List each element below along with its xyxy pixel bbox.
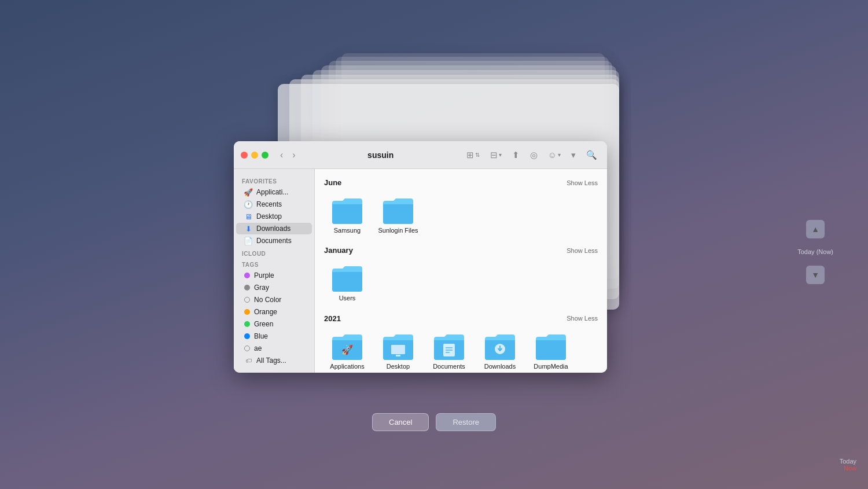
share-button[interactable]: ⬆ bbox=[509, 148, 523, 162]
minimize-button[interactable] bbox=[251, 152, 258, 159]
sidebar-item-downloads[interactable]: ⬇ Downloads bbox=[236, 223, 312, 234]
chevron-up-down-icon: ⇅ bbox=[475, 152, 480, 158]
sidebar-item-all-tags[interactable]: 🏷 All Tags... bbox=[236, 355, 312, 366]
folder-item-documents-2021[interactable]: Documents bbox=[426, 329, 472, 373]
finder-window: ‹ › susuin ⊞ ⇅ ⊟ ▾ ⬆ ◎ ☺ ▾ ▾ bbox=[234, 141, 607, 373]
timeline-down-button[interactable]: ▼ bbox=[806, 266, 825, 284]
sidebar-item-label: Documents bbox=[256, 237, 292, 245]
section-2021-folders-grid: 🚀 Applications Deskt bbox=[324, 329, 598, 373]
all-tags-icon: 🏷 bbox=[244, 356, 252, 365]
green-dot bbox=[244, 321, 250, 327]
january-show-less-button[interactable]: Show Less bbox=[567, 247, 598, 254]
folder-item-dumpmedia-2021[interactable]: DumpMedia bbox=[528, 329, 574, 373]
svg-rect-1 bbox=[391, 345, 405, 354]
folder-label-sunlogin: Sunlogin Files bbox=[378, 226, 418, 234]
sidebar-item-label: Purple bbox=[254, 271, 274, 280]
timeline-label: Today (Now) bbox=[797, 248, 833, 256]
timeline-up-button[interactable]: ▲ bbox=[806, 220, 825, 238]
sidebar: Favorites 🚀 Applicati... 🕐 Recents 🖥 Des… bbox=[234, 169, 315, 373]
share-icon: ⬆ bbox=[512, 150, 520, 160]
sidebar-item-recents[interactable]: 🕐 Recents bbox=[236, 198, 312, 210]
grid-icon: ⊞ bbox=[466, 150, 474, 160]
sidebar-item-desktop[interactable]: 🖥 Desktop bbox=[236, 211, 312, 222]
sidebar-item-applications[interactable]: 🚀 Applicati... bbox=[236, 186, 312, 198]
tags-label: Tags bbox=[234, 258, 314, 269]
blue-dot bbox=[244, 333, 250, 339]
sidebar-item-green[interactable]: Green bbox=[236, 318, 312, 330]
sidebar-item-documents[interactable]: 📄 Documents bbox=[236, 235, 312, 247]
sidebar-item-label: Gray bbox=[254, 284, 269, 292]
folder-label-downloads-2021: Downloads bbox=[484, 362, 516, 370]
folder-icon-samsung bbox=[331, 196, 363, 224]
section-2021-show-less-button[interactable]: Show Less bbox=[567, 315, 598, 322]
january-title: January bbox=[324, 246, 353, 255]
maximize-button[interactable] bbox=[262, 152, 269, 159]
documents-icon: 📄 bbox=[244, 237, 252, 245]
cancel-button[interactable]: Cancel bbox=[372, 413, 429, 431]
search-button[interactable]: 🔍 bbox=[583, 148, 600, 162]
sidebar-item-label: ae bbox=[254, 344, 262, 352]
svg-text:🚀: 🚀 bbox=[341, 344, 353, 355]
folder-icon-dumpmedia-2021 bbox=[535, 332, 567, 360]
window-title: susuin bbox=[303, 150, 459, 160]
back-button[interactable]: ‹ bbox=[278, 149, 285, 161]
view-list-button[interactable]: ⊟ ▾ bbox=[487, 148, 505, 162]
june-folders-grid: Samsung Sunlogin Files bbox=[324, 193, 598, 238]
main-content: June Show Less Samsung bbox=[315, 169, 607, 373]
tag-button[interactable]: ◎ bbox=[527, 148, 540, 162]
january-folders-grid: Users bbox=[324, 260, 598, 306]
dropdown-button[interactable]: ▾ bbox=[568, 148, 579, 162]
sidebar-item-orange[interactable]: Orange bbox=[236, 306, 312, 318]
folder-label-samsung: Samsung bbox=[334, 226, 361, 234]
action-button[interactable]: ☺ ▾ bbox=[545, 148, 564, 161]
sidebar-item-no-color[interactable]: No Color bbox=[236, 294, 312, 306]
timeline-now-label: Now bbox=[844, 465, 856, 472]
folder-item-samsung[interactable]: Samsung bbox=[324, 193, 370, 238]
view-grid-button[interactable]: ⊞ ⇅ bbox=[464, 148, 483, 162]
folder-item-desktop-2021[interactable]: Desktop bbox=[375, 329, 421, 373]
timeline-bar: Today Now bbox=[840, 458, 856, 472]
sidebar-item-label: Desktop bbox=[256, 212, 282, 220]
folder-item-sunlogin[interactable]: Sunlogin Files bbox=[375, 193, 421, 238]
toolbar: ‹ › susuin ⊞ ⇅ ⊟ ▾ ⬆ ◎ ☺ ▾ ▾ bbox=[234, 141, 607, 169]
folder-icon-documents-2021 bbox=[433, 332, 465, 360]
svg-rect-2 bbox=[396, 355, 400, 356]
sidebar-item-blue[interactable]: Blue bbox=[236, 330, 312, 342]
forward-button[interactable]: › bbox=[290, 149, 297, 161]
june-show-less-button[interactable]: Show Less bbox=[567, 179, 598, 186]
june-section-header: June Show Less bbox=[324, 178, 598, 187]
timeline-today-label: Today bbox=[840, 458, 856, 465]
gray-dot bbox=[244, 285, 250, 291]
sidebar-item-ae[interactable]: ae bbox=[236, 343, 312, 354]
folder-label-users: Users bbox=[339, 294, 356, 302]
sidebar-item-label: Blue bbox=[254, 332, 268, 340]
section-2021-title: 2021 bbox=[324, 314, 341, 323]
applications-icon: 🚀 bbox=[244, 188, 252, 196]
traffic-lights bbox=[241, 152, 269, 159]
sidebar-item-purple[interactable]: Purple bbox=[236, 270, 312, 281]
sidebar-item-label: Green bbox=[254, 320, 273, 328]
restore-button[interactable]: Restore bbox=[436, 413, 496, 431]
folder-item-users[interactable]: Users bbox=[324, 260, 370, 306]
purple-dot bbox=[244, 273, 250, 278]
folder-item-downloads-2021[interactable]: Downloads bbox=[477, 329, 523, 373]
sidebar-item-label: Orange bbox=[254, 308, 277, 316]
sidebar-item-label: All Tags... bbox=[256, 356, 286, 365]
folder-label-dumpmedia-2021: DumpMedia bbox=[534, 362, 568, 370]
folder-icon-sunlogin bbox=[382, 196, 414, 224]
list-icon: ⊟ bbox=[490, 150, 498, 160]
folder-label-documents-2021: Documents bbox=[433, 362, 465, 370]
sidebar-item-gray[interactable]: Gray bbox=[236, 282, 312, 293]
desktop-icon: 🖥 bbox=[244, 212, 252, 220]
folder-item-applications-2021[interactable]: 🚀 Applications bbox=[324, 329, 370, 373]
recents-icon: 🕐 bbox=[244, 200, 252, 208]
favorites-label: Favorites bbox=[234, 175, 314, 186]
folder-icon-downloads-2021 bbox=[484, 332, 516, 360]
close-button[interactable] bbox=[241, 152, 248, 159]
folder-icon-applications-2021: 🚀 bbox=[331, 332, 363, 360]
timeline: ▲ Today (Now) ▼ bbox=[797, 220, 833, 284]
bottom-buttons: Cancel Restore bbox=[372, 413, 496, 431]
section-2021-header: 2021 Show Less bbox=[324, 314, 598, 323]
folder-icon-users bbox=[331, 264, 363, 292]
window-body: Favorites 🚀 Applicati... 🕐 Recents 🖥 Des… bbox=[234, 169, 607, 373]
